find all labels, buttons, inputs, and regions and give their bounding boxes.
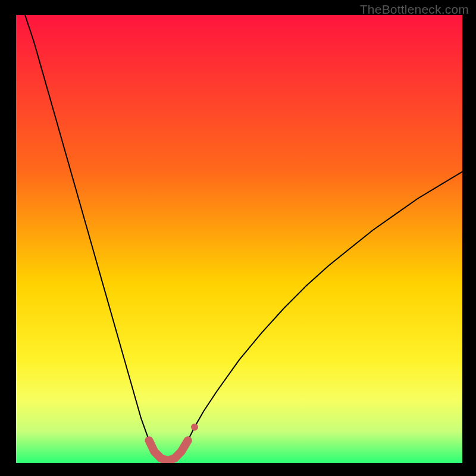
- chart-frame: TheBottleneck.com: [0, 0, 476, 476]
- attribution-text: TheBottleneck.com: [360, 2, 469, 17]
- chart-plot: [16, 15, 462, 463]
- highlight-extra-dot: [191, 424, 198, 431]
- plot-background: [16, 15, 462, 463]
